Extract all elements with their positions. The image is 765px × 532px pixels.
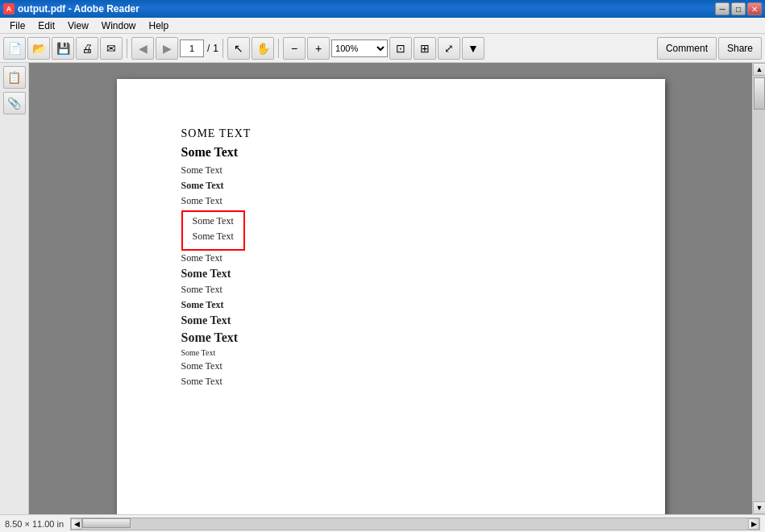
next-page-button[interactable]: ▶ <box>156 37 178 60</box>
menu-view[interactable]: View <box>61 19 95 33</box>
close-button[interactable]: ✕ <box>747 2 762 15</box>
pages-panel-icon[interactable]: 📋 <box>3 66 26 89</box>
pdf-line-6: Some Text <box>193 215 234 227</box>
hand-button[interactable]: ✋ <box>252 37 274 60</box>
pdf-line-1: SOME TEXT <box>181 127 601 140</box>
menu-file[interactable]: File <box>3 19 31 33</box>
pdf-line-5: Some Text <box>181 195 601 207</box>
sep1 <box>127 39 127 58</box>
prev-page-button[interactable]: ◀ <box>131 37 154 60</box>
scroll-down-button[interactable]: ▼ <box>753 501 765 514</box>
scroll-up-button[interactable]: ▲ <box>753 63 765 76</box>
pdf-line-8: Some Text <box>181 252 601 264</box>
page-separator: / <box>207 43 210 54</box>
sep3 <box>278 39 279 58</box>
pdf-line-10: Some Text <box>181 284 601 296</box>
page-dimensions: 8.50 × 11.00 in <box>5 519 64 529</box>
scroll-right-button[interactable]: ▶ <box>748 518 759 530</box>
pdf-page: SOME TEXT Some Text Some Text Some Text … <box>117 79 665 514</box>
fit-width-button[interactable]: ⊞ <box>414 37 436 60</box>
open-button[interactable]: 📂 <box>27 37 50 60</box>
scroll-thumb[interactable] <box>754 77 765 110</box>
pdf-line-15: Some Text <box>181 360 601 372</box>
pdf-line-13: Some Text <box>181 330 601 345</box>
print-button[interactable]: 🖨 <box>76 37 98 60</box>
page-number-input[interactable] <box>180 39 204 57</box>
menu-help[interactable]: Help <box>143 19 176 33</box>
fit-page-button[interactable]: ⊡ <box>389 37 412 60</box>
scroll-left-button[interactable]: ◀ <box>71 518 82 530</box>
bottom-scrollbar[interactable]: ◀ ▶ <box>70 517 760 530</box>
window-title: output.pdf - Adobe Reader <box>18 3 139 15</box>
page-total: 1 <box>213 43 218 54</box>
window-controls: ─ □ ✕ <box>715 2 762 15</box>
right-scrollbar[interactable]: ▲ ▼ <box>752 63 765 514</box>
zoom-in-button[interactable]: + <box>307 37 330 60</box>
pdf-line-12: Some Text <box>181 314 601 327</box>
fullscreen-button[interactable]: ⤢ <box>438 37 460 60</box>
app-icon: A <box>3 3 15 15</box>
pdf-line-2: Some Text <box>181 145 601 160</box>
bottom-scroll-thumb[interactable] <box>82 518 131 528</box>
attachments-icon[interactable]: 📎 <box>3 92 26 114</box>
pdf-line-11: Some Text <box>181 299 601 311</box>
toolbar: 📄 📂 💾 🖨 ✉ ◀ ▶ / 1 ↖ ✋ − + 100% 75% 125% … <box>0 34 765 63</box>
menu-bar: File Edit View Window Help <box>0 18 765 34</box>
menu-edit[interactable]: Edit <box>31 19 61 33</box>
share-button[interactable]: Share <box>718 37 762 60</box>
main-area: 📋 📎 SOME TEXT Some Text Some Text Some T… <box>0 63 765 514</box>
red-box-group: Some Text Some Text <box>181 210 245 251</box>
save-button[interactable]: 💾 <box>52 37 74 60</box>
left-sidebar: 📋 📎 <box>0 63 29 514</box>
status-bar: 8.50 × 11.00 in ◀ ▶ <box>0 514 765 532</box>
pdf-line-14: Some Text <box>181 348 601 357</box>
pdf-area[interactable]: SOME TEXT Some Text Some Text Some Text … <box>29 63 752 514</box>
comment-button[interactable]: Comment <box>657 37 717 60</box>
scroll-track[interactable] <box>753 76 765 501</box>
pdf-line-9: Some Text <box>181 268 601 281</box>
pdf-line-16: Some Text <box>181 376 601 388</box>
maximize-button[interactable]: □ <box>731 2 746 15</box>
new-button[interactable]: 📄 <box>3 37 26 60</box>
minimize-button[interactable]: ─ <box>715 2 730 15</box>
zoom-select[interactable]: 100% 75% 125% 150% <box>331 39 388 57</box>
pdf-line-4: Some Text <box>181 180 601 192</box>
menu-window[interactable]: Window <box>95 19 143 33</box>
select-button[interactable]: ↖ <box>227 37 250 60</box>
zoom-out-button[interactable]: − <box>283 37 306 60</box>
email-button[interactable]: ✉ <box>100 37 123 60</box>
pdf-line-3: Some Text <box>181 164 601 177</box>
tools-dropdown[interactable]: ▼ <box>462 37 484 60</box>
sep2 <box>222 39 223 58</box>
bottom-scroll-track[interactable] <box>82 518 748 530</box>
pdf-line-7: Some Text <box>193 231 234 243</box>
title-bar: A output.pdf - Adobe Reader ─ □ ✕ <box>0 0 765 18</box>
